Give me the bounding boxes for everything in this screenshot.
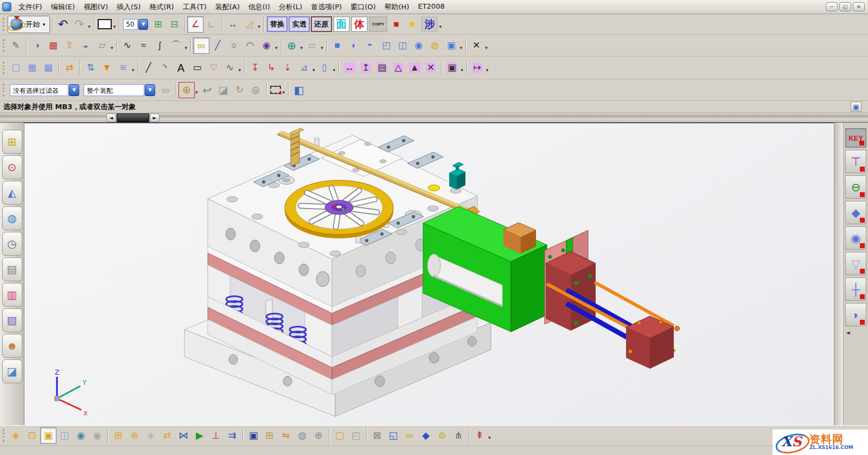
menu-assembly[interactable]: 装配(A) bbox=[211, 1, 244, 13]
part-navigator-icon[interactable]: ◭ bbox=[2, 181, 22, 205]
menu-window[interactable]: 窗口(O) bbox=[346, 1, 380, 13]
work-layer-spinner[interactable]: 50▼ bbox=[123, 19, 148, 30]
row1-dropdown-caret-icon[interactable]: ▾ bbox=[438, 20, 443, 29]
menu-et2008[interactable]: ET2008 bbox=[413, 1, 449, 13]
wcs-dynamics-icon[interactable]: ∠ bbox=[187, 16, 203, 33]
boss-icon[interactable]: ◓ bbox=[362, 37, 378, 54]
menu-insert[interactable]: 插入(S) bbox=[112, 1, 145, 13]
section-surface-icon[interactable]: ⊿ bbox=[296, 60, 312, 76]
yellow-cube-tool-icon[interactable]: ■ bbox=[404, 16, 420, 33]
constraint-navigator-icon[interactable]: ⊙ bbox=[2, 155, 22, 179]
system-palettes-icon[interactable]: ▤ bbox=[2, 257, 22, 281]
chain-select-icon[interactable]: ∞ bbox=[193, 37, 209, 54]
interpart-link-icon[interactable]: ∞ bbox=[157, 82, 174, 98]
selection-filter-combo[interactable]: 没有选择过滤器 ▼ bbox=[10, 84, 79, 96]
scrollbar-thumb[interactable] bbox=[117, 113, 149, 122]
open-component-icon[interactable]: ⊡ bbox=[24, 427, 40, 444]
mold-assembly-model[interactable]: Z Y X bbox=[24, 123, 834, 425]
circle-arrow-icon[interactable]: ◉ bbox=[258, 37, 275, 54]
boolean-dropdown-caret-icon[interactable]: ▾ bbox=[300, 41, 304, 50]
measure-dropdown-caret-icon[interactable]: ▾ bbox=[257, 20, 261, 29]
reuse-part-bracket-icon[interactable]: ◆ bbox=[845, 201, 866, 224]
toolbar-grip[interactable] bbox=[3, 84, 5, 97]
show-degrees-of-freedom-icon[interactable]: ⇉ bbox=[224, 427, 240, 444]
circle-icon[interactable]: ○ bbox=[226, 37, 242, 54]
face-mode-button[interactable]: 面 bbox=[333, 16, 350, 32]
toolbar-grip[interactable] bbox=[3, 61, 5, 74]
menu-tools[interactable]: 工具(T) bbox=[178, 1, 211, 13]
replace-mode-button[interactable]: 替换 bbox=[267, 16, 288, 32]
assembly-navigator-icon[interactable]: ⊞ bbox=[2, 130, 22, 154]
trimmed-sheet-icon[interactable]: ▩ bbox=[40, 60, 56, 76]
datum-plane-icon[interactable]: ▱ bbox=[94, 37, 110, 54]
arc-point-icon[interactable]: ◠ bbox=[242, 37, 258, 54]
hole-icon[interactable]: ◉ bbox=[411, 37, 427, 54]
dimension-tool-icon[interactable]: ✕ bbox=[468, 37, 484, 54]
arc-points-icon[interactable]: ◝ bbox=[157, 60, 173, 76]
translucent-mode-button[interactable]: 实透 bbox=[289, 16, 310, 32]
lock-interpart-links-icon[interactable]: ⊚ bbox=[434, 427, 450, 444]
marquee-select-icon[interactable] bbox=[270, 86, 281, 94]
pocket-icon[interactable]: ◰ bbox=[378, 37, 394, 54]
find-in-navigator-icon[interactable]: ◎ bbox=[248, 82, 264, 98]
selection-scope-combo[interactable]: 整个装配 ▼ bbox=[84, 84, 155, 96]
play-constraint-icon[interactable]: ▶ bbox=[192, 427, 208, 444]
show-hide-component-icon[interactable]: ◫ bbox=[56, 427, 73, 444]
scroll-left-button[interactable]: ◄ bbox=[106, 113, 116, 122]
body-mode-button[interactable]: 体 bbox=[351, 16, 368, 32]
boolean-unite-icon[interactable]: ⊕ bbox=[284, 37, 300, 54]
bounded-plane-icon[interactable]: ▼ bbox=[99, 60, 115, 76]
swap-face-icon[interactable]: ⇄ bbox=[61, 60, 78, 76]
snapshot-disabled-icon[interactable]: ◉ bbox=[89, 427, 105, 444]
reuse-part-plate-icon[interactable]: ◉ bbox=[845, 226, 866, 250]
interference-button[interactable]: 涉 bbox=[421, 16, 438, 32]
mirror-assembly-icon[interactable]: ⊞ bbox=[261, 427, 278, 444]
viewport-3d[interactable]: Z Y X bbox=[24, 123, 834, 425]
close-button[interactable]: ✕ bbox=[853, 2, 865, 11]
menu-preferences[interactable]: 首选项(P) bbox=[307, 1, 346, 13]
wave-mode-icon[interactable]: ⊠ bbox=[369, 427, 385, 444]
spline-icon[interactable]: ∿ bbox=[222, 60, 238, 76]
menu-information[interactable]: 信息(I) bbox=[244, 1, 275, 13]
measure-distance-icon[interactable]: ↔ bbox=[225, 16, 241, 33]
resize-blend-icon[interactable]: ▲ bbox=[406, 60, 423, 76]
wrap-curve-icon[interactable]: ⇣ bbox=[279, 60, 296, 76]
toolbar-grip[interactable] bbox=[3, 39, 5, 52]
palette-collapse-icon[interactable]: ◄ bbox=[844, 330, 850, 336]
pad-icon[interactable]: ◍ bbox=[427, 37, 443, 54]
measure-angle-icon[interactable]: ◿ bbox=[241, 16, 257, 33]
rotate-point-icon[interactable]: ↻ bbox=[232, 82, 248, 98]
product-interface-icon[interactable]: ◱ bbox=[385, 427, 401, 444]
delete-face-x-icon[interactable]: ✕ bbox=[423, 60, 439, 76]
marquee-dropdown-caret-icon[interactable]: ▾ bbox=[282, 85, 286, 95]
snapshot-icon[interactable]: ◉ bbox=[73, 427, 89, 444]
history-palette-icon[interactable]: ◷ bbox=[2, 232, 22, 256]
csys-orient-icon[interactable]: ∟ bbox=[203, 16, 220, 33]
smooth-curve-icon[interactable]: ∫ bbox=[152, 37, 168, 54]
arrangements-icon[interactable]: ▢ bbox=[331, 427, 348, 444]
feature-dropdown-caret-icon[interactable]: ▾ bbox=[459, 41, 464, 50]
slot-icon[interactable]: ◫ bbox=[394, 37, 411, 54]
boss-frame-icon[interactable]: ▣ bbox=[443, 37, 459, 54]
snap-dropdown-caret-icon[interactable]: ▾ bbox=[195, 85, 199, 95]
combine-curve-icon[interactable]: ↳ bbox=[263, 60, 279, 76]
fit-view-button[interactable]: ▣ bbox=[851, 102, 861, 112]
web-browser-icon[interactable]: ◍ bbox=[2, 206, 22, 230]
sketch-plane-icon[interactable]: ▱ bbox=[304, 37, 320, 54]
minimize-button[interactable]: ─ bbox=[826, 2, 838, 11]
sweep-dropdown-caret-icon[interactable]: ▾ bbox=[333, 63, 337, 73]
tube-icon[interactable]: ▯ bbox=[316, 60, 333, 76]
wave-interpart-link-icon[interactable]: ⊕ bbox=[310, 427, 327, 444]
selection-scope-value[interactable]: 整个装配 bbox=[84, 84, 144, 96]
resize-face-dropdown-caret-icon[interactable]: ▾ bbox=[486, 63, 490, 73]
menu-help[interactable]: 帮助(H) bbox=[380, 1, 414, 13]
reuse-part-fitting-icon[interactable]: ┼ bbox=[845, 277, 866, 301]
curve-dropdown-caret-icon[interactable]: ▾ bbox=[275, 41, 279, 50]
redo-dropdown-caret-icon[interactable]: ▾ bbox=[87, 20, 92, 29]
show-product-outline-icon[interactable]: ▣ bbox=[40, 427, 56, 444]
sketch-curve-dropdown-caret-icon[interactable]: ▾ bbox=[238, 63, 242, 73]
display-color-swatch-icon[interactable] bbox=[98, 19, 112, 29]
work-layer-caret-icon[interactable]: ▼ bbox=[138, 19, 148, 30]
text-tool-icon[interactable]: A bbox=[173, 60, 189, 76]
add-component-icon[interactable]: ⊞ bbox=[110, 427, 126, 444]
